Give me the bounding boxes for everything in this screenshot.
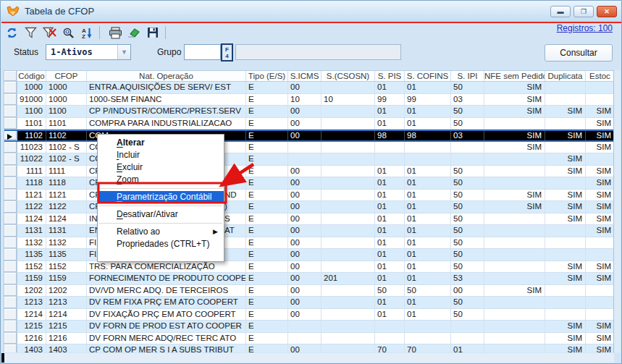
column-header-nat[interactable]: Nat. Operação [87,71,246,81]
table-row[interactable]: 12151215DV FORN DE PROD EST ATO COOPERES… [4,321,613,333]
table-row[interactable]: 11111111CP/INE00010150SIMSIM [4,166,613,178]
gutter-header[interactable] [4,71,17,81]
column-header-dup[interactable]: Duplicata [545,71,586,81]
column-header-pis[interactable]: S. PIS [375,71,405,81]
minimize-button[interactable]: ▬ [550,6,571,17]
zoom-icon[interactable] [60,25,76,40]
column-header-tipo[interactable]: Tipo (E/S) [246,71,288,81]
menu-item-alterar[interactable]: Alterar [98,137,224,149]
table-row[interactable]: 11241124INDUSE00010150SIMSIM [4,213,613,226]
menu-item-excluir[interactable]: Excluir [98,161,224,174]
table-row[interactable]: 12021202DV/VD MERC ADQ. DE TERCEIROSE005… [4,285,613,297]
table-header-row: CódigoCFOPNat. OperaçãoTipo (E/S)S.ICMSS… [4,71,613,82]
title-bar[interactable]: Tabela de CFOP ▬ ❐ ✕ [1,1,621,22]
table-row[interactable]: 12161216DV FORN MERC ADQ/REC TERC ATOESI… [4,333,613,345]
row-selector[interactable] [4,321,17,333]
clear-filter-icon[interactable] [41,25,57,40]
row-selector[interactable] [4,82,17,94]
horizontal-scrollbar-thumb[interactable] [1,353,4,363]
row-selector[interactable] [4,344,17,352]
table-row[interactable]: 9100010001000-SEM FINANCE1010999903SIM [4,94,613,106]
refresh-icon[interactable] [4,25,20,40]
table-row[interactable]: 11321132FIXAÇE00010150 [4,237,613,250]
row-selector[interactable] [4,166,17,178]
cell-cfop: 1118 [46,177,87,190]
row-selector[interactable] [4,333,17,345]
table-row[interactable]: 11211121CP/CNDE00010150SIMSIMSIM [4,190,613,202]
row-selector[interactable] [4,297,17,309]
table-row[interactable]: 11001100CP P/INDUSTR/COMERC/PREST.SERVE0… [4,106,613,118]
eraser-icon[interactable] [126,25,142,40]
table-row[interactable]: 11311131ENTFATE00010150SIM [4,225,613,237]
consultar-button[interactable]: Consultar [545,44,613,62]
save-icon[interactable] [145,25,161,40]
vertical-scrollbar[interactable] [613,70,621,352]
horizontal-scrollbar[interactable] [4,353,614,363]
cell-est: SIM [586,142,613,154]
menu-item-relativo-ao[interactable]: Relativo ao▶ [98,226,224,238]
cell-cofins: 01 [405,297,451,309]
table-row[interactable]: 12131213DV REM FIXA PRÇ EM ATO COOPERTE0… [4,297,613,309]
row-selector[interactable] [4,94,17,106]
menu-item-desativar-ativar[interactable]: Desativar/Ativar [98,208,224,221]
f4-lookup-button[interactable]: F4 [221,43,233,62]
maximize-button[interactable]: ❐ [573,6,594,17]
close-button[interactable]: ✕ [597,6,617,17]
cell-codigo: 1124 [17,213,46,226]
row-selector[interactable] [4,118,17,130]
table-row[interactable]: 110221102 - SCOMIESIM [4,153,613,166]
row-selector[interactable] [4,131,17,140]
row-selector[interactable] [4,249,17,261]
row-selector[interactable] [4,142,17,154]
filter-icon[interactable] [22,25,38,40]
cell-cofins: 50 [405,285,451,297]
cell-tipo: E [246,261,288,274]
table-row[interactable]: 10001000ENTRA.AQUISIÇÕES DE SERV/ ESTE00… [4,82,613,94]
status-select[interactable]: 1-Ativos ▼ [46,44,131,60]
print-icon[interactable] [107,25,123,40]
table-row[interactable]: 11021102COME00989803SIMSIMSIM [4,130,613,142]
row-selector[interactable] [4,237,17,250]
column-header-csosn[interactable]: S.(CSOSN) [321,71,375,81]
table-row[interactable]: 11011101COMPRA PARA INDUSTRIALIZACAOE000… [4,118,613,130]
cell-nat: DV REM FIXA PRÇ EM ATO COOPERT [87,297,246,309]
table-row[interactable]: 110231102 - SCOMIESIMSIM [4,142,613,154]
row-selector[interactable] [4,285,17,297]
cell-nat: COMPRA PARA INDUSTRIALIZACAO [87,118,246,130]
column-header-cfop[interactable]: CFOP [46,71,87,81]
row-selector[interactable] [4,273,17,285]
app-window: Tabela de CFOP ▬ ❐ ✕ AZ [0,0,622,364]
row-selector[interactable] [4,190,17,202]
menu-item-incluir[interactable]: Incluir [98,149,224,161]
table-row[interactable]: 11181118CP ME00010150SIM [4,177,613,190]
sort-icon[interactable]: AZ [79,25,95,40]
table-row[interactable]: 11351135FIXAÇE00010150 [4,249,613,261]
row-selector[interactable] [4,177,17,190]
row-selector[interactable] [4,309,17,321]
column-header-est[interactable]: Estoc [586,71,614,81]
row-selector[interactable] [4,106,17,118]
table-row[interactable]: 11521152TRS. PARA COMERCIALIZAÇÃOE000101… [4,261,613,274]
cell-csosn [321,118,375,130]
column-header-codigo[interactable]: Código [17,71,46,81]
column-header-cofins[interactable]: S. COFINS [405,71,451,81]
cell-dup: SIM [545,261,586,274]
menu-item-propriedades-ctrl-t[interactable]: Propriedades (CTRL+T) [98,238,224,250]
row-selector[interactable] [4,153,17,166]
column-header-icms[interactable]: S.ICMS [288,71,321,81]
grupo-input[interactable] [184,44,221,60]
table-row[interactable]: 14031403CP COM OP MER S I A SUBS TRIBUTE… [4,344,613,352]
table-row[interactable]: 12141214DV FIXAÇÃO PRÇ EM ATO COOPERTE00… [4,309,613,321]
row-selector[interactable] [4,201,17,213]
cell-pis: 01 [375,309,405,321]
table-row[interactable]: 11221122CP/IN)E00010150SIMSIMSIM [4,201,613,213]
menu-item-parametriza-o-cont-bil[interactable]: Parametrização Contábil [98,191,224,203]
row-selector[interactable] [4,261,17,274]
menu-item-zoom[interactable]: Zoom [98,174,224,186]
column-header-ipi[interactable]: S. IPI [451,71,484,81]
row-selector[interactable] [4,225,17,237]
table-row[interactable]: 11591159FORNECIMENTO DE PRODUTO COOPERE0… [4,273,613,285]
row-selector[interactable] [4,213,17,226]
registros-link[interactable]: Registros: 100 [557,23,613,33]
column-header-nfe[interactable]: NFE sem Pedido [484,71,545,81]
